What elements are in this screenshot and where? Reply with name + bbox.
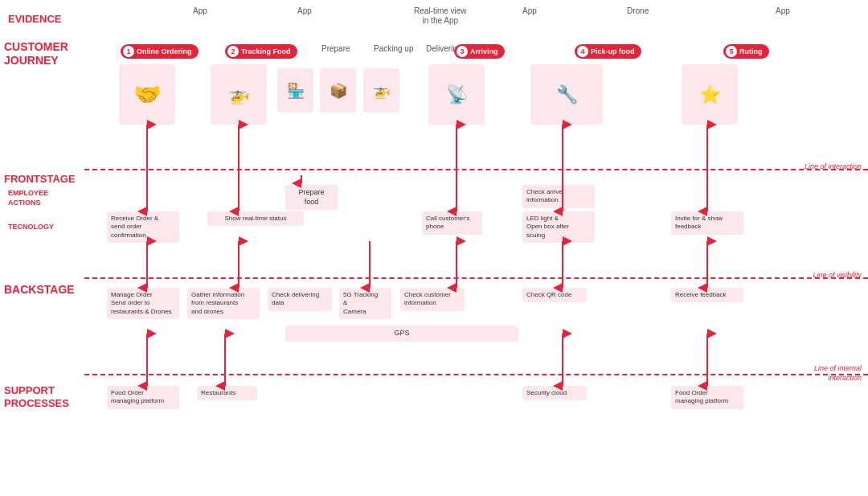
step-badges-row: 1 Online Ordering 2 Tracking Food Prepar… (84, 44, 860, 62)
evidence-items: App App Real-time viewin the App App Dro… (84, 6, 868, 31)
backstage-check-customer: Check customerinformation (400, 288, 465, 311)
support-food-order-2: Food Ordermanaging platform (671, 386, 743, 409)
backstage-label: BACKSTAGE (4, 283, 84, 296)
main-container: EVIDENCE App App Real-time viewin the Ap… (0, 0, 868, 496)
tech-call-customer: Call customer'sphone (422, 211, 482, 235)
backstage-check-delivering: Check deliveringdata (268, 288, 332, 311)
support-label: SUPPORTPROCESSES (4, 384, 84, 409)
tech-show-realtime: Show real-time status (207, 211, 304, 226)
evidence-app-4: App (776, 6, 790, 15)
line-of-internal (84, 374, 868, 375)
evidence-app-2: App (297, 6, 312, 15)
step-3-label: Arriving (470, 47, 498, 55)
backstage-gps: GPS (285, 326, 518, 342)
evidence-app-1: App (193, 6, 207, 15)
frontstage-label: FRONTSTAGE (4, 173, 84, 185)
technology-label: TECNOLOGY (8, 221, 88, 231)
step-1-image: 🤝 (119, 64, 175, 125)
support-food-order-1: Food Ordermanaging platform (107, 386, 179, 409)
backstage-manage-order: Manage OrderSend order torestaurants & D… (107, 288, 179, 319)
step-5-badge: 5 Ruting (723, 44, 769, 59)
step-2-num: 2 (227, 46, 239, 57)
step-2-badge: 2 Tracking Food (225, 44, 297, 59)
employee-prepare-food: Preparefood (285, 185, 338, 210)
line-visibility-label: Line of visibility (813, 271, 862, 279)
customer-journey-label: CUSTOMERJOURNEY (4, 40, 84, 68)
prepare-image: 🏪 (277, 68, 313, 113)
step-4-num: 4 (577, 46, 588, 57)
line-of-visibility (84, 277, 868, 279)
line-of-interaction (84, 169, 868, 170)
step-4-label: Pick-up food (591, 47, 635, 55)
support-restaurants: Restaurants (197, 386, 257, 400)
step-5-num: 5 (726, 46, 737, 57)
step-5-label: Ruting (739, 47, 763, 55)
step-4-badge: 4 Pick-up food (575, 44, 641, 59)
step-2-image: 🚁 (211, 64, 267, 125)
line-interaction-label: Line of interaction (805, 162, 862, 170)
step-1-label: Online Ordering (137, 47, 192, 55)
evidence-app-3: App (522, 6, 537, 15)
evidence-label: EVIDENCE (0, 13, 84, 25)
tech-invite-feedback: Invite for & showfeedback (671, 211, 743, 235)
support-security-cloud: Security cloud (522, 386, 587, 400)
step-1-num: 1 (123, 46, 134, 57)
line-internal-label: Line of internalinteraction (814, 364, 862, 383)
tech-led-light: LED light &Open box afterscuing (522, 211, 595, 243)
step-1-badge: 1 Online Ordering (121, 44, 199, 59)
backstage-gather-info: Gather informationfrom restaurantsand dr… (187, 288, 260, 319)
evidence-row: EVIDENCE App App Real-time viewin the Ap… (0, 6, 868, 31)
check-arrive-info: Check arriveinformation (522, 185, 595, 208)
evidence-drone: Drone (627, 6, 649, 15)
step-3-num: 3 (457, 46, 468, 57)
delivering-image: 🚁 (363, 68, 399, 113)
step-4-image: 🔧 (530, 64, 603, 125)
packing-image: 📦 (320, 68, 356, 113)
substep-packing: Packing up (374, 44, 413, 53)
backstage-check-qr: Check QR code (522, 288, 587, 302)
backstage-receive-feedback: Receive feedback (671, 288, 743, 302)
step-5-image: ⭐ (682, 64, 738, 125)
evidence-realtime: Real-time viewin the App (414, 6, 467, 26)
employee-actions-label: EMPLOYEEACTIONS (8, 189, 88, 207)
step-2-label: Tracking Food (241, 47, 291, 55)
substep-prepare: Prepare (321, 44, 350, 53)
backstage-5g-tracking: 5G Tracking&Camera (339, 288, 391, 319)
step-3-badge: 3 Arriving (454, 44, 505, 59)
tech-receive-order: Receive Order &send orderconfirmation (107, 211, 179, 243)
step-3-image: 📡 (428, 64, 485, 125)
